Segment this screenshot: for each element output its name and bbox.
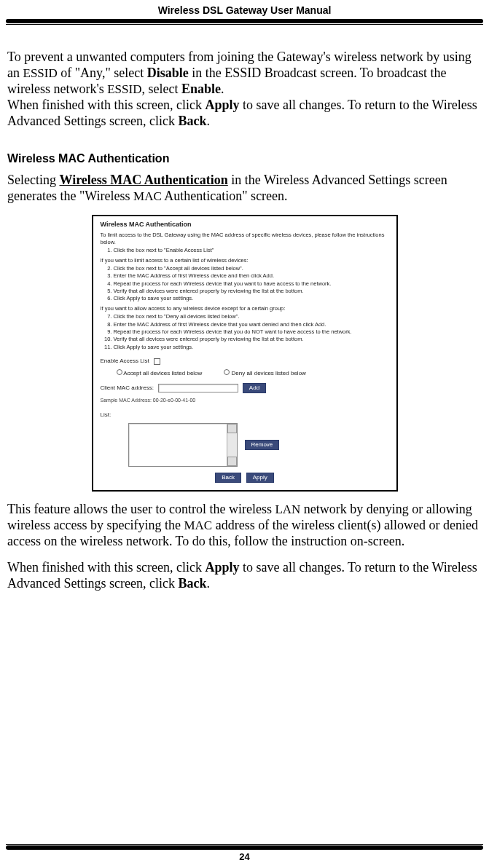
ss-step: Repeat the process for each Wireless dev… — [114, 328, 389, 335]
mac-term: MAC — [184, 518, 212, 532]
add-button[interactable]: Add — [243, 383, 266, 393]
paragraph-selecting: Selecting Wireless MAC Authentication in… — [7, 173, 482, 205]
text: . — [206, 576, 210, 591]
mac-term: MAC — [133, 189, 162, 203]
ss-step: Click Apply to save your settings. — [114, 344, 389, 350]
ss-step: Verify that all devices were entered pro… — [114, 336, 389, 342]
page: Wireless DSL Gateway User Manual To prev… — [0, 0, 489, 868]
ss-step: Click the box next to "Accept all device… — [114, 265, 389, 272]
ss-step: Click Apply to save your settings. — [114, 295, 389, 301]
sample-mac-text: Sample MAC Address: 00-20-e0-00-41-00 — [101, 398, 389, 404]
lan-term: LAN — [275, 502, 300, 516]
page-header-title: Wireless DSL Gateway User Manual — [6, 4, 483, 19]
ss-step: Verify that all devices were entered pro… — [114, 288, 389, 294]
text: , select — [141, 82, 181, 96]
mac-address-input[interactable] — [158, 384, 238, 392]
remove-button[interactable]: Remove — [245, 440, 280, 450]
apply-term: Apply — [205, 98, 239, 112]
paragraph-apply2: When finished with this screen, click Ap… — [7, 560, 482, 592]
ss-grpA-list: Click the box next to "Accept all device… — [114, 265, 389, 302]
essid-term: ESSID — [23, 66, 58, 80]
ss-grpB-list: Click the box next to "Deny all devices … — [114, 313, 389, 350]
listbox-scrollbar[interactable] — [227, 424, 237, 466]
ss-step1-list: Click the box next to "Enable Access Lis… — [114, 247, 389, 253]
ss-listbox-row: Remove — [101, 423, 389, 467]
text: Authentication" screen. — [162, 189, 288, 203]
paragraph-feature: This feature allows the user to control … — [7, 502, 482, 550]
deny-radio[interactable] — [224, 369, 230, 375]
ss-radio-deny-wrap: Deny all devices listed below — [224, 369, 306, 377]
accept-radio[interactable] — [117, 369, 122, 375]
ss-radio-group: Accept all devices listed below Deny all… — [117, 369, 389, 377]
ss-intro: To limit access to the DSL Gateway using… — [101, 232, 389, 245]
ss-title: Wireless MAC Authentication — [101, 221, 389, 229]
section-heading: Wireless MAC Authentication — [7, 151, 482, 166]
ss-step: Repeat the process for each Wireless dev… — [114, 280, 389, 287]
embedded-screenshot: Wireless MAC Authentication To limit acc… — [92, 215, 398, 492]
apply-button[interactable]: Apply — [246, 473, 274, 483]
accept-radio-label: Accept all devices listed below — [123, 370, 202, 376]
text: . — [206, 114, 210, 128]
ss-grpB-intro: If you want to allow access to any wirel… — [101, 305, 389, 312]
ss-grpA-intro: If you want to limit access to a certain… — [101, 257, 389, 264]
list-label: List: — [101, 411, 121, 419]
ss-step: Click the box next to "Enable Access Lis… — [114, 247, 389, 253]
ss-list-row: List: — [101, 411, 389, 419]
text: When finished with this screen, click — [7, 98, 205, 112]
ss-radio-accept-wrap: Accept all devices listed below — [117, 369, 203, 377]
ss-step: Enter the MAC Address of first Wireless … — [114, 321, 389, 328]
back-button[interactable]: Back — [215, 473, 241, 483]
enable-access-list-checkbox[interactable] — [154, 358, 160, 365]
text: of "Any," select — [58, 66, 147, 80]
ss-bottom-buttons: Back Apply — [101, 473, 389, 483]
scroll-up-icon[interactable] — [227, 424, 237, 433]
back-term: Back — [178, 114, 206, 128]
mac-listbox[interactable] — [128, 423, 238, 467]
ss-step: Click the box next to "Deny all devices … — [114, 313, 389, 320]
paragraph-apply: When finished with this screen, click Ap… — [7, 98, 482, 130]
ss-enable-row: Enable Access List — [101, 358, 389, 365]
mac-address-label: Client MAC address: — [101, 384, 154, 392]
ss-mac-row: Client MAC address: Add — [101, 383, 389, 393]
text: . — [221, 82, 224, 96]
back-term: Back — [178, 576, 206, 591]
disable-term: Disable — [147, 66, 189, 80]
deny-radio-label: Deny all devices listed below — [232, 370, 306, 376]
apply-term: Apply — [205, 560, 239, 575]
text: When finished with this screen, click — [7, 560, 205, 575]
header-rule — [6, 19, 483, 31]
ss-enable-label: Enable Access List — [101, 358, 149, 365]
page-number: 24 — [6, 851, 483, 862]
text: Selecting — [7, 173, 59, 187]
enable-term: Enable — [181, 82, 221, 96]
body: To prevent a unwanted computers from joi… — [6, 31, 483, 592]
ss-step: Enter the MAC Address of first Wireless … — [114, 272, 389, 279]
footer: 24 — [6, 844, 483, 862]
wireless-mac-auth-link: Wireless MAC Authentication — [59, 173, 227, 187]
text: This feature allows the user to control … — [7, 502, 275, 516]
scroll-down-icon[interactable] — [227, 457, 237, 466]
paragraph-essid: To prevent a unwanted computers from joi… — [7, 50, 482, 98]
essid-term: ESSID — [107, 82, 141, 96]
